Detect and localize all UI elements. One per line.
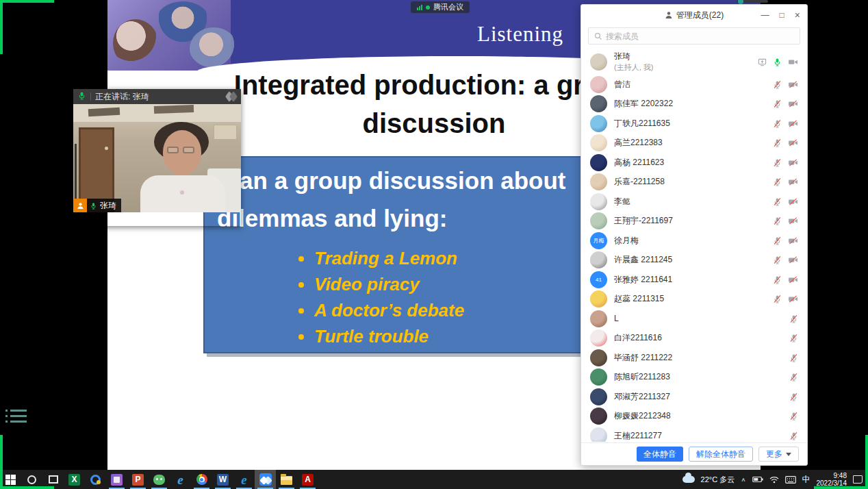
ie-taskbar-button[interactable]: e <box>170 470 191 489</box>
meeting-status-pill[interactable]: 腾讯会议 <box>411 1 470 13</box>
share-sidebar-toggle-icon[interactable] <box>5 410 30 426</box>
word-taskbar-button[interactable]: W <box>212 470 233 489</box>
member-row[interactable]: 陈佳军 2202322 <box>581 95 807 114</box>
cam-muted-icon[interactable] <box>788 158 798 167</box>
dropdown-arrow-icon <box>786 453 791 456</box>
member-row[interactable]: 曾洁 <box>581 75 807 95</box>
mic-muted-icon[interactable] <box>773 99 782 108</box>
mic-muted-icon[interactable] <box>773 275 782 284</box>
ime-indicator[interactable]: 中 <box>802 474 810 486</box>
member-row[interactable]: 李懿 <box>581 192 807 212</box>
weather-cloud-icon[interactable] <box>682 476 695 483</box>
mic-muted-icon[interactable] <box>773 119 782 128</box>
cam-muted-icon[interactable] <box>788 216 798 225</box>
member-row[interactable]: 高兰2212383 <box>581 134 807 153</box>
explorer-taskbar-button[interactable] <box>276 470 297 489</box>
member-row[interactable]: 陈旭昕2211283 <box>581 368 807 388</box>
mic-muted-icon[interactable] <box>789 353 798 362</box>
member-row[interactable]: 赵蕊 2211315 <box>581 290 807 310</box>
more-button[interactable]: 更多 <box>758 447 799 462</box>
edge-taskbar-button[interactable]: e <box>233 470 255 489</box>
cam-muted-icon[interactable] <box>788 99 798 108</box>
member-row[interactable]: 张琦 (主持人, 我) <box>581 49 807 75</box>
member-row[interactable]: 丁轶凡2211635 <box>581 114 807 134</box>
member-row[interactable]: 白洋2211616 <box>581 329 807 349</box>
member-name: 陈旭昕2211283 <box>614 371 670 383</box>
acrobat-taskbar-button[interactable]: A <box>297 470 318 489</box>
member-row[interactable]: 王翔宇-2211697 <box>581 212 807 231</box>
member-row[interactable]: 毕涵舒 2211222 <box>581 348 807 368</box>
photos-taskbar-button[interactable] <box>106 470 127 489</box>
mic-muted-icon[interactable] <box>773 80 782 89</box>
cam-muted-icon[interactable] <box>788 138 798 147</box>
mic-on-icon[interactable] <box>773 58 782 66</box>
share-border-top <box>0 0 54 3</box>
excel-taskbar-button[interactable]: X <box>64 470 85 489</box>
member-row[interactable]: 乐嘉-2211258 <box>581 173 807 192</box>
mic-muted-icon[interactable] <box>789 334 798 342</box>
member-row[interactable]: 41 张雅婷 2211641 <box>581 270 807 290</box>
unmute-all-button[interactable]: 解除全体静音 <box>689 447 753 462</box>
member-name: 乐嘉-2211258 <box>614 176 665 188</box>
cam-muted-icon[interactable] <box>788 197 798 206</box>
member-search-box[interactable] <box>588 27 800 45</box>
cam-icon[interactable] <box>788 58 798 66</box>
member-row[interactable]: 柳媛媛2212348 <box>581 407 807 427</box>
mic-muted-icon[interactable] <box>789 314 798 323</box>
cam-muted-icon[interactable] <box>788 236 798 245</box>
meeting-taskbar-button[interactable] <box>255 470 276 489</box>
clock[interactable]: 9:48 2022/3/14 <box>817 472 847 487</box>
member-row[interactable]: 许晨鑫 2211245 <box>581 251 807 271</box>
mic-muted-icon[interactable] <box>773 158 782 167</box>
member-list[interactable]: 张琦 (主持人, 我) 曾洁 陈佳军 2202322 丁轶凡2211635 高兰… <box>581 49 807 442</box>
mic-muted-icon[interactable] <box>773 138 782 147</box>
mic-muted-icon[interactable] <box>773 236 782 245</box>
mic-muted-icon[interactable] <box>773 294 782 303</box>
mic-muted-icon[interactable] <box>773 216 782 225</box>
action-center-icon[interactable] <box>853 475 863 484</box>
mic-muted-icon[interactable] <box>789 373 798 381</box>
powerpoint-taskbar-button[interactable]: P <box>127 470 149 489</box>
member-status-icons <box>773 197 798 206</box>
search-input[interactable] <box>606 32 794 41</box>
meeting-icon <box>259 473 272 486</box>
mic-muted-icon[interactable] <box>773 255 782 264</box>
cam-muted-icon[interactable] <box>788 177 798 186</box>
maximize-button[interactable]: □ <box>780 11 784 19</box>
member-row[interactable]: 邓淑芳2211327 <box>581 387 807 407</box>
cam-muted-icon[interactable] <box>788 119 798 128</box>
mic-muted-icon[interactable] <box>789 412 798 421</box>
touch-keyboard-icon[interactable] <box>785 476 796 484</box>
avatar <box>590 310 607 327</box>
wifi-icon[interactable] <box>769 476 779 484</box>
member-row[interactable]: 月梅 徐月梅 <box>581 231 807 251</box>
top-slider-control[interactable] <box>737 0 768 3</box>
close-button[interactable]: × <box>795 10 800 20</box>
browser-ring-taskbar-button[interactable] <box>85 470 106 489</box>
hidden-icons-chevron[interactable]: ∧ <box>741 477 745 483</box>
share-icon[interactable] <box>758 58 767 66</box>
mic-muted-icon[interactable] <box>789 431 798 440</box>
member-status-icons <box>773 158 798 167</box>
member-row[interactable]: 高杨 2211623 <box>581 153 807 173</box>
mic-muted-icon[interactable] <box>773 197 782 206</box>
wechat-taskbar-button[interactable] <box>149 470 170 489</box>
chrome-taskbar-button[interactable] <box>191 470 212 489</box>
mic-muted-icon[interactable] <box>789 392 798 401</box>
minimize-button[interactable]: — <box>761 11 769 19</box>
cam-muted-icon[interactable] <box>788 80 798 89</box>
speaker-video-window[interactable]: 正在讲话: 张琦 张琦 <box>73 89 241 226</box>
cam-muted-icon[interactable] <box>788 255 798 264</box>
member-status-icons <box>789 412 798 421</box>
cam-muted-icon[interactable] <box>788 294 798 303</box>
cam-muted-icon[interactable] <box>788 275 798 284</box>
mute-all-button[interactable]: 全体静音 <box>637 447 683 462</box>
member-row[interactable]: L <box>581 309 807 329</box>
explorer-icon <box>281 476 292 485</box>
weather-label[interactable]: 22°C 多云 <box>701 475 735 485</box>
video-window-header[interactable]: 正在讲话: 张琦 <box>73 89 241 104</box>
panel-titlebar[interactable]: 管理成员(22) — □ × <box>581 5 807 25</box>
mic-muted-icon[interactable] <box>773 177 782 186</box>
member-row[interactable]: 王楠2211277 <box>581 426 807 442</box>
battery-icon[interactable] <box>752 476 763 483</box>
